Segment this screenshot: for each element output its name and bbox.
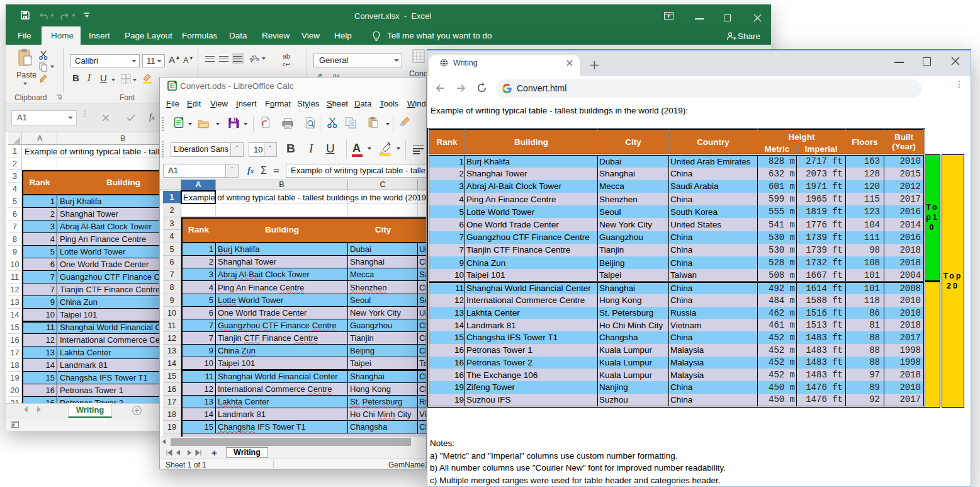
svg-text:ab: ab: [249, 53, 258, 64]
